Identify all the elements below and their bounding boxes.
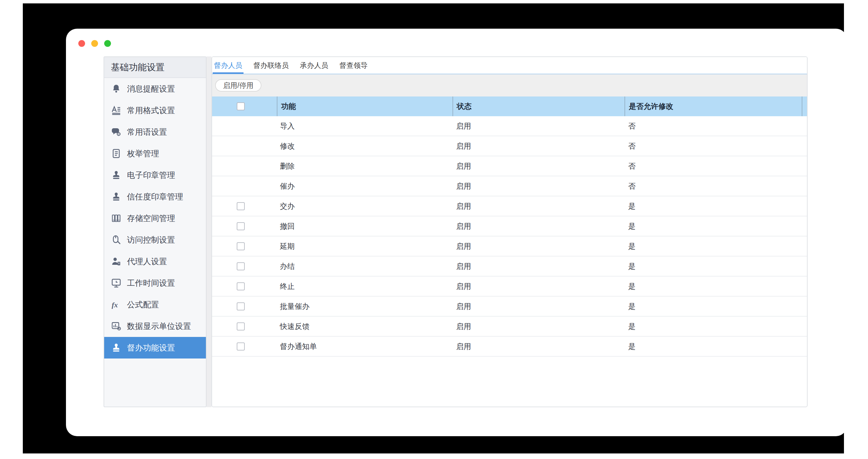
functions-table: 功能 状态 是否允许修改 导入 启用 否 — [212, 96, 807, 357]
row-function: 导入 — [277, 116, 453, 135]
person-card-icon — [111, 256, 121, 267]
bell-icon — [111, 84, 121, 94]
role-tab-label: 承办人员 — [300, 61, 328, 70]
sidebar-item[interactable]: 信任度印章管理 — [104, 186, 206, 208]
row-allow-modify: 否 — [624, 136, 802, 156]
row-allow-modify: 是 — [624, 276, 802, 296]
role-tab[interactable]: 承办人员 — [299, 57, 330, 74]
table-row: 终止 启用 是 — [212, 276, 807, 297]
sidebar-item[interactable]: 公式配置 — [104, 294, 206, 315]
role-tab[interactable]: 督办人员 — [213, 57, 244, 74]
row-checkbox-cell — [212, 136, 277, 156]
row-checkbox-cell — [212, 116, 277, 135]
role-tab-label: 督查领导 — [339, 61, 368, 70]
stamp-icon — [111, 342, 121, 353]
row-checkbox[interactable] — [237, 282, 245, 290]
table-row: 督办通知单 启用 是 — [212, 337, 807, 357]
row-checkbox-cell — [212, 316, 277, 336]
row-checkbox[interactable] — [237, 302, 245, 310]
row-checkbox[interactable] — [237, 262, 245, 270]
table-header-allow-modify: 是否允许修改 — [624, 96, 802, 116]
role-tab[interactable]: 督查领导 — [338, 57, 369, 74]
row-checkbox-cell — [212, 276, 277, 296]
row-allow-modify: 否 — [624, 176, 802, 196]
table-row: 交办 启用 是 — [212, 196, 807, 216]
sidebar-item-label: 信任度印章管理 — [127, 191, 183, 202]
row-allow-modify: 是 — [624, 337, 802, 356]
window-controls — [78, 40, 111, 47]
sidebar-item[interactable]: 访问控制设置 — [104, 229, 206, 251]
sidebar-item[interactable]: 枚举管理 — [104, 143, 206, 164]
row-status: 启用 — [453, 237, 624, 256]
fx-icon — [111, 299, 121, 310]
row-checkbox[interactable] — [237, 323, 245, 331]
stamp-icon — [111, 170, 121, 180]
sidebar-item[interactable]: 督办功能设置 — [104, 337, 206, 359]
row-function: 快速反馈 — [277, 316, 453, 336]
row-checkbox-cell — [212, 337, 277, 356]
row-checkbox[interactable] — [237, 342, 245, 350]
sidebar-item[interactable]: 代理人设置 — [104, 251, 206, 272]
stamp-icon — [111, 191, 121, 202]
row-checkbox[interactable] — [237, 222, 245, 230]
row-status: 启用 — [453, 256, 624, 276]
sidebar-item-label: 督办功能设置 — [127, 342, 175, 353]
enable-disable-button[interactable]: 启用/停用 — [215, 79, 261, 92]
sidebar-item[interactable]: 常用格式设置 — [104, 99, 206, 121]
row-allow-modify: 是 — [624, 237, 802, 256]
storage-icon — [111, 213, 121, 223]
row-checkbox[interactable] — [237, 242, 245, 250]
traffic-light-button[interactable] — [104, 40, 111, 47]
row-filler — [802, 176, 807, 196]
sidebar-item-label: 访问控制设置 — [127, 235, 175, 245]
sidebar-item[interactable]: 存储空间管理 — [104, 208, 206, 229]
sidebar-item[interactable]: 常用语设置 — [104, 121, 206, 143]
sidebar-item[interactable]: 电子印章管理 — [104, 164, 206, 186]
row-filler — [802, 316, 807, 336]
panel-divider — [207, 56, 212, 407]
sidebar-item[interactable]: 数据显示单位设置 — [104, 315, 206, 337]
row-filler — [802, 256, 807, 276]
chart-gear-icon — [111, 321, 121, 331]
sidebar-item-label: 枚举管理 — [127, 148, 159, 159]
row-allow-modify: 否 — [624, 116, 802, 135]
role-tab[interactable]: 督办联络员 — [252, 57, 290, 74]
mouse-search-icon — [111, 235, 121, 245]
row-allow-modify: 是 — [624, 196, 802, 216]
row-filler — [802, 276, 807, 296]
text-format-icon — [111, 105, 121, 116]
table-row: 撤回 启用 是 — [212, 216, 807, 237]
row-filler — [802, 136, 807, 156]
row-status: 启用 — [453, 276, 624, 296]
row-checkbox-cell — [212, 216, 277, 236]
row-status: 启用 — [453, 337, 624, 356]
row-filler — [802, 216, 807, 236]
row-function: 交办 — [277, 196, 453, 216]
row-filler — [802, 196, 807, 216]
traffic-light-button[interactable] — [91, 40, 98, 47]
row-checkbox[interactable] — [237, 202, 245, 210]
sidebar-item[interactable]: 工作时间设置 — [104, 272, 206, 294]
table-row: 延期 启用 是 — [212, 237, 807, 256]
table-toolbar: 启用/停用 — [212, 74, 807, 96]
device-frame: 基础功能设置 消息提醒设置 常用格式设置 常用语设置 枚举管理 电子印章管理 — [23, 3, 844, 454]
row-checkbox-cell — [212, 176, 277, 196]
row-function: 删除 — [277, 156, 453, 176]
select-all-checkbox[interactable] — [237, 102, 245, 110]
traffic-light-button[interactable] — [78, 40, 85, 47]
chat-gear-icon — [111, 127, 121, 137]
table-header-filler — [802, 96, 807, 116]
table-row: 导入 启用 否 — [212, 116, 807, 136]
role-tab-label: 督办人员 — [214, 61, 242, 70]
sidebar-item[interactable]: 消息提醒设置 — [104, 78, 206, 99]
table-row: 催办 启用 否 — [212, 176, 807, 196]
row-status: 启用 — [453, 136, 624, 156]
row-filler — [802, 297, 807, 316]
row-status: 启用 — [453, 316, 624, 336]
role-tab-label: 督办联络员 — [253, 61, 289, 70]
row-function: 催办 — [277, 176, 453, 196]
row-status: 启用 — [453, 176, 624, 196]
app-window: 基础功能设置 消息提醒设置 常用格式设置 常用语设置 枚举管理 电子印章管理 — [66, 29, 847, 436]
sidebar-item-label: 常用格式设置 — [127, 105, 175, 116]
sidebar-item-label: 常用语设置 — [127, 127, 167, 137]
